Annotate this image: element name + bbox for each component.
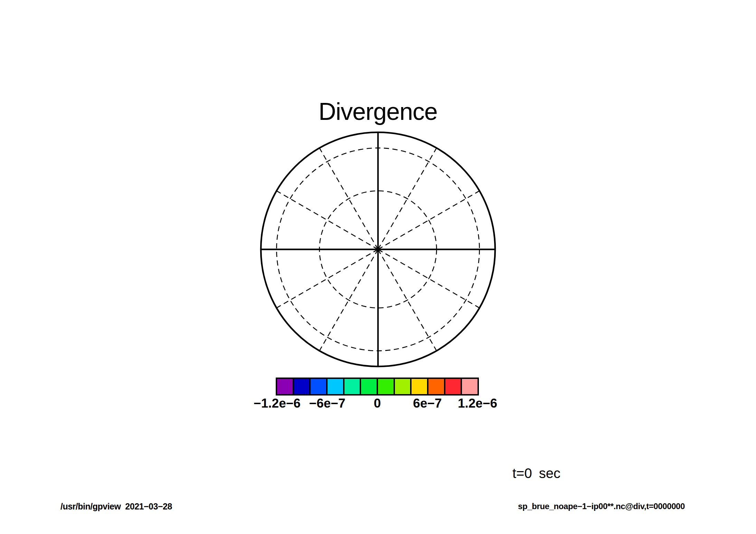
plot-title: Divergence (319, 99, 437, 124)
polar-plot (257, 128, 499, 370)
colorbar-tick-label: −1.2e−6 (254, 397, 301, 411)
colorbar-tick-label: 0 (374, 397, 381, 411)
colorbar-cell (461, 379, 478, 394)
colorbar-cell (343, 379, 360, 394)
colorbar-cell (394, 379, 410, 394)
colorbar-cell (360, 379, 377, 394)
time-label: t=0 sec (512, 466, 560, 481)
colorbar-cell (444, 379, 461, 394)
gpview-figure: Divergence −1.2e−6 −6e−7 0 6e−7 1.2e−6 t… (0, 0, 756, 534)
colorbar-cell (410, 379, 427, 394)
colorbar (276, 378, 479, 395)
colorbar-cell (377, 379, 394, 394)
footer-source-file: sp_brue_noape−1−ip00**.nc@div,t=0000000 (518, 502, 685, 511)
colorbar-tick-label: 6e−7 (413, 397, 442, 411)
colorbar-tick-label: 1.2e−6 (458, 397, 497, 411)
colorbar-tick-label: −6e−7 (309, 397, 346, 411)
colorbar-cell (277, 379, 293, 394)
colorbar-cell (309, 379, 326, 394)
footer-command-date: /usr/bin/gpview 2021−03−28 (60, 502, 172, 512)
colorbar-cell (427, 379, 444, 394)
colorbar-cell (326, 379, 343, 394)
colorbar-cell (293, 379, 310, 394)
